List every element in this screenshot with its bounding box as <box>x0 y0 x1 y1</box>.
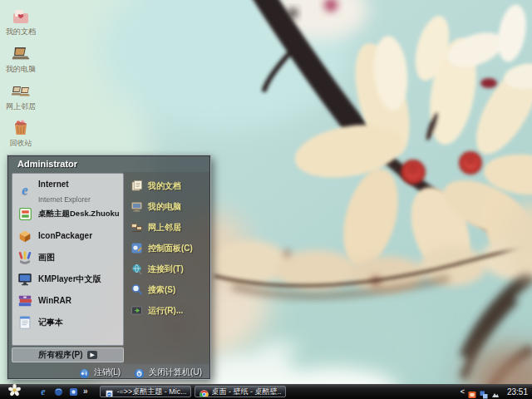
iconpackager-icon <box>17 228 33 244</box>
connect-to-icon <box>131 263 143 275</box>
menu-item-my-documents[interactable]: 我的文档 <box>131 175 209 196</box>
menu-item-search[interactable]: 搜索(S) <box>131 279 209 300</box>
log-off-icon <box>79 367 90 378</box>
user-name: Administrator <box>17 159 77 169</box>
menu-item-my-computer[interactable]: 我的电脑 <box>131 196 209 217</box>
desktop-icon-label: 网上邻居 <box>6 102 36 111</box>
start-menu-footer: 注销(L) 关闭计算机(U) <box>7 364 210 381</box>
quick-launch-internet-explorer[interactable]: e <box>38 387 48 397</box>
taskbar-window-chrome[interactable]: 桌面 - 壁纸 - 桌酷壁... <box>195 386 286 397</box>
menu-item-winrar[interactable]: WinRAR <box>15 290 121 311</box>
internet-explorer-icon: e <box>17 182 33 199</box>
desktop-icon-label: 我的电脑 <box>6 65 36 73</box>
desktop-icon-label: 回收站 <box>10 139 32 147</box>
my-computer-icon <box>131 200 143 213</box>
zhuoku-app-icon <box>17 206 33 223</box>
quick-launch-app-icon[interactable] <box>68 387 78 397</box>
desktop-icon-recycle-bin[interactable]: 回收站 <box>0 118 42 147</box>
start-menu-right-column: 我的文档 我的电脑 网上邻居 <box>124 172 210 364</box>
power-icon <box>134 367 145 378</box>
all-programs-arrow-icon: ▶ <box>87 351 96 359</box>
desktop-icon-my-computer[interactable]: 我的电脑 <box>0 44 42 73</box>
system-tray: < 23:51 <box>461 387 528 397</box>
menu-item-connect-to[interactable]: 连接到(T) <box>131 259 209 279</box>
desktop-icon-my-documents[interactable]: 我的文档 <box>0 7 42 36</box>
menu-item-notepad[interactable]: 记事本 <box>15 312 121 332</box>
taskbar-clock[interactable]: 23:51 <box>507 387 528 397</box>
network-places-icon <box>131 221 143 234</box>
menu-item-iconpackager[interactable]: IconPackager <box>15 225 121 246</box>
taskbar: e » -=>>桌酷主题 - Mic... 桌面 - 壁纸 - 桌酷壁... < <box>0 384 532 399</box>
menu-item-control-panel[interactable]: 控制面板(C) <box>131 238 209 259</box>
control-panel-icon <box>131 242 143 254</box>
ie-page-icon <box>105 387 114 397</box>
tray-network-icon[interactable] <box>480 387 488 396</box>
menu-item-paint[interactable]: 画图 <box>15 247 121 268</box>
tray-volume-icon[interactable] <box>491 387 500 396</box>
my-computer-icon <box>11 44 31 64</box>
start-button[interactable] <box>7 385 22 399</box>
my-documents-icon <box>11 7 31 27</box>
run-icon <box>131 304 143 317</box>
recycle-bin-icon <box>11 118 31 138</box>
start-menu-header: Administrator <box>7 155 210 172</box>
start-menu-pinned-panel: e Internet Internet Explorer 桌酷主题Desk.Zh… <box>12 173 124 346</box>
network-places-icon <box>11 81 31 101</box>
kmplayer-icon <box>17 271 33 288</box>
taskbar-window-ie[interactable]: -=>>桌酷主题 - Mic... <box>100 386 191 397</box>
desktop-icon-network-places[interactable]: 网上邻居 <box>0 81 42 111</box>
menu-item-run[interactable]: 运行(R)... <box>131 300 209 321</box>
menu-item-internet[interactable]: e Internet Internet Explorer <box>15 178 121 203</box>
winrar-icon <box>17 293 33 309</box>
start-menu-body: e Internet Internet Explorer 桌酷主题Desk.Zh… <box>7 172 210 364</box>
menu-item-network-places[interactable]: 网上邻居 <box>131 217 209 238</box>
menu-item-kmplayer[interactable]: KMPlayer中文版 <box>15 268 121 289</box>
tray-app-orange-icon[interactable] <box>468 387 476 396</box>
quick-launch-browser-icon[interactable] <box>53 387 63 397</box>
start-menu: Administrator e Internet Internet Explor… <box>7 155 211 380</box>
desktop-icon-label: 我的文档 <box>6 27 36 36</box>
menu-item-zhuoku-theme[interactable]: 桌酷主题Desk.Zhuoku.Com <box>15 204 121 224</box>
search-icon <box>131 283 143 296</box>
turn-off-computer-button[interactable]: 关闭计算机(U) <box>134 367 202 378</box>
notepad-icon <box>17 314 33 331</box>
paint-icon <box>17 249 33 266</box>
quick-launch-bar: e » <box>38 387 88 397</box>
my-documents-icon <box>131 180 143 192</box>
start-flower-icon <box>8 384 21 399</box>
all-programs-button[interactable]: 所有程序(P) ▶ <box>12 347 124 362</box>
log-off-button[interactable]: 注销(L) <box>79 367 121 378</box>
desktop: 我的文档 我的电脑 网上邻居 回收站 Administrator <box>0 0 532 399</box>
quick-launch-overflow-chevron[interactable]: » <box>83 387 88 397</box>
chrome-icon <box>200 387 209 397</box>
tray-collapse-chevron[interactable]: < <box>461 387 465 396</box>
start-menu-left-column: e Internet Internet Explorer 桌酷主题Desk.Zh… <box>7 172 124 364</box>
